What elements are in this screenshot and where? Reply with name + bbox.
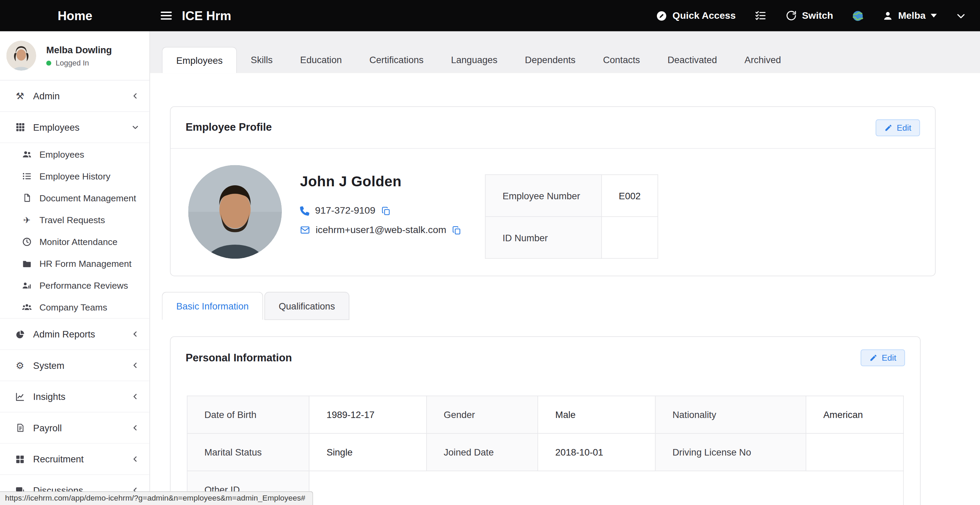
sidebar-item-label: Payroll (33, 422, 62, 433)
tab-employees[interactable]: Employees (162, 47, 237, 73)
switch-label: Switch (802, 10, 833, 21)
sidebar-menu: ⚒ Admin Employees (0, 81, 150, 505)
avatar (6, 41, 36, 71)
sidebar-user-name: Melba Dowling (46, 44, 112, 54)
sidebar-item-recruitment[interactable]: Recruitment (0, 444, 150, 475)
chevron-left-icon (131, 330, 140, 338)
switch-button[interactable]: Switch (786, 10, 833, 21)
top-navbar: Home ICE Hrm Quick Access Switch (0, 0, 980, 31)
chevron-left-icon (131, 392, 140, 401)
sidebar-user-profile: Melba Dowling Logged In (0, 31, 150, 81)
switch-icon (786, 10, 797, 21)
hamburger-menu-icon[interactable] (159, 9, 173, 22)
envelope-icon (300, 225, 310, 235)
tab-certifications[interactable]: Certifications (356, 47, 437, 73)
content-panel: Employee Profile Edit (150, 73, 980, 505)
sidebar-subitem-label: Employees (39, 149, 84, 159)
tab-education[interactable]: Education (286, 47, 356, 73)
person-chart-icon (21, 280, 33, 290)
sidebar-item-admin[interactable]: ⚒ Admin (0, 81, 150, 112)
tasks-button[interactable] (754, 9, 767, 22)
gear-icon: ⚙ (13, 360, 28, 371)
field-value: 1989-12-17 (310, 396, 426, 433)
tab-dependents[interactable]: Dependents (511, 47, 589, 73)
tab-qualifications[interactable]: Qualifications (264, 292, 349, 320)
sidebar-item-insights[interactable]: Insights (0, 381, 150, 413)
table-row: Employee Number E002 (485, 175, 658, 217)
pencil-icon (869, 354, 877, 362)
field-value: Male (538, 396, 655, 433)
sidebar-item-label: Admin Reports (33, 328, 95, 339)
tab-archived[interactable]: Archived (731, 47, 795, 73)
topbar-actions: Quick Access Switch (655, 9, 980, 22)
sidebar: Melba Dowling Logged In ⚒ Admin Employe (0, 31, 150, 505)
employee-name: John J Golden (300, 173, 485, 190)
quick-access-button[interactable]: Quick Access (655, 10, 736, 21)
sidebar-item-system[interactable]: ⚙ System (0, 350, 150, 381)
sidebar-subitem-employees[interactable]: Employees (0, 143, 150, 165)
copy-phone-icon[interactable] (381, 206, 390, 215)
chevron-left-icon (131, 455, 140, 463)
field-value (601, 217, 658, 259)
personal-information-edit-button[interactable]: Edit (861, 349, 905, 366)
employee-profile-edit-button[interactable]: Edit (876, 119, 920, 136)
field-value: Single (310, 433, 426, 471)
list-icon (21, 171, 33, 181)
checklist-icon (754, 9, 767, 22)
document-icon (21, 193, 33, 202)
chevron-left-icon (131, 92, 140, 100)
home-link[interactable]: Home (0, 8, 150, 23)
logged-in-label: Logged In (56, 58, 89, 67)
sidebar-subitem-document-management[interactable]: Document Management (0, 187, 150, 209)
sidebar-subitem-company-teams[interactable]: Company Teams (0, 296, 150, 318)
wrench-hammer-icon: ⚒ (13, 91, 28, 102)
personal-information-title: Personal Information (186, 352, 292, 364)
copy-email-icon[interactable] (452, 225, 461, 234)
quick-access-icon (655, 10, 667, 21)
chevron-down-icon (131, 123, 140, 131)
user-menu-label: Melba (898, 10, 925, 21)
edit-button-label: Edit (882, 353, 896, 362)
sidebar-subitem-performance-reviews[interactable]: Performance Reviews (0, 274, 150, 296)
sidebar-subitem-label: HR Form Management (39, 258, 131, 268)
personal-information-table: Date of Birth 1989-12-17 Gender Male Nat… (187, 395, 904, 505)
field-value: American (806, 396, 903, 433)
employee-phone-row: 917-372-9109 (300, 205, 485, 216)
navbar-collapse-toggle[interactable] (956, 10, 966, 21)
field-value: E002 (601, 175, 658, 217)
user-menu[interactable]: Melba (882, 10, 937, 21)
employee-id-table: Employee Number E002 ID Number (485, 174, 658, 259)
sidebar-item-label: Admin (33, 91, 60, 101)
sidebar-item-payroll[interactable]: Payroll (0, 413, 150, 444)
field-value (806, 433, 903, 471)
detail-tabs: Basic Information Qualifications (162, 292, 980, 320)
module-tabs: Employees Skills Education Certification… (150, 31, 980, 73)
sidebar-subitem-travel-requests[interactable]: ✈ Travel Requests (0, 209, 150, 231)
sidebar-item-employees[interactable]: Employees (0, 112, 150, 143)
employee-email-row: icehrm+user1@web-stalk.com (300, 225, 485, 236)
line-chart-icon (13, 392, 28, 401)
globe-icon (852, 10, 864, 21)
sidebar-subitem-label: Performance Reviews (39, 280, 128, 290)
tab-skills[interactable]: Skills (237, 47, 286, 73)
field-label: Date of Birth (187, 396, 310, 433)
tab-contacts[interactable]: Contacts (589, 47, 654, 73)
people-group-icon (21, 302, 33, 312)
pie-chart-icon (13, 329, 28, 339)
tab-basic-information[interactable]: Basic Information (162, 292, 263, 320)
sidebar-subitem-employee-history[interactable]: Employee History (0, 165, 150, 187)
sidebar-item-admin-reports[interactable]: Admin Reports (0, 319, 150, 350)
sidebar-subitem-label: Document Management (39, 193, 136, 203)
browser-status-bar: https://icehrm.com/app/demo-icehrm/?g=ad… (0, 491, 313, 505)
sidebar-subitem-hr-form-management[interactable]: HR Form Management (0, 253, 150, 274)
quick-access-label: Quick Access (673, 10, 736, 21)
chevron-down-icon (956, 10, 966, 21)
tab-languages[interactable]: Languages (437, 47, 511, 73)
sidebar-subitem-label: Travel Requests (39, 215, 105, 225)
sidebar-subitem-label: Company Teams (39, 302, 107, 312)
tab-deactivated[interactable]: Deactivated (654, 47, 731, 73)
language-globe-button[interactable] (852, 10, 864, 21)
employee-photo (188, 165, 282, 259)
invoice-icon (13, 423, 28, 432)
sidebar-subitem-monitor-attendance[interactable]: Monitor Attendance (0, 231, 150, 253)
